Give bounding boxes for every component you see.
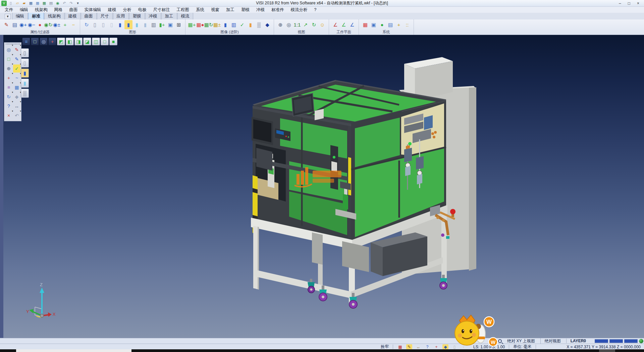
snap-grid-status-icon[interactable]: ▦ <box>397 344 403 349</box>
menu-item[interactable]: 实体编辑 <box>81 7 105 13</box>
qa-dropdown-icon[interactable]: ▾ <box>75 1 80 6</box>
zoom-box-icon[interactable]: ⊕ <box>5 64 12 73</box>
lock-indicator[interactable]: 拴牢 <box>377 344 392 350</box>
menu-item[interactable]: 视窗 <box>208 7 223 13</box>
preview-icon[interactable]: ◉ <box>55 1 60 6</box>
ribbon-tab[interactable]: 编辑 <box>12 12 28 19</box>
ribbon-tab[interactable]: 冲模 <box>145 12 161 19</box>
edit-mode-icon[interactable]: ✎ <box>406 344 412 349</box>
menu-item[interactable]: 曲面 <box>66 7 81 13</box>
menu-item[interactable]: 工程图 <box>173 7 193 13</box>
menu-item[interactable]: 冲模 <box>253 7 268 13</box>
display-tools-icon[interactable]: ⊞ <box>175 20 183 29</box>
print-icon[interactable]: ▤ <box>48 1 54 6</box>
visi-logo[interactable]: V <box>1 1 7 6</box>
shaded-cube-icon[interactable]: ■ <box>109 38 117 45</box>
zoom-dynamic-icon[interactable]: ⊕ <box>276 20 284 29</box>
adv-refresh-icon[interactable]: ▦↻ <box>205 20 213 29</box>
measure-status-icon[interactable]: ↔ <box>415 344 421 349</box>
mesh-cylinder-icon[interactable]: ▒ <box>255 20 263 29</box>
wireframe-display-icon[interactable]: ▯ <box>21 48 29 57</box>
show-hide-toggle-icon[interactable]: ◉± <box>53 20 61 29</box>
regen-view-icon[interactable]: ↻ <box>5 93 12 101</box>
attributes-icon[interactable]: ✎ <box>2 20 10 29</box>
shaded-display-icon[interactable]: ▮ <box>21 69 29 78</box>
selection-filter-check-icon[interactable]: ✓ <box>13 64 20 73</box>
view-mode-indicator[interactable]: 绝对 XY 上视图 <box>503 338 539 344</box>
menu-item[interactable]: ? <box>311 7 320 12</box>
filter-traffic-icon[interactable]: ● <box>36 20 44 29</box>
shaded-edges-icon[interactable]: ▮ <box>124 20 132 29</box>
top-view-icon[interactable]: ◧ <box>66 38 74 45</box>
viewport-menu-icon[interactable]: ≡ <box>22 38 30 45</box>
menu-item[interactable]: 系统 <box>193 7 208 13</box>
hiddenline-mode-icon[interactable]: ▯ <box>99 20 107 29</box>
menu-item[interactable]: 电极 <box>135 7 150 13</box>
menu-item[interactable]: 塑模 <box>238 7 253 13</box>
adv-add-icon[interactable]: ▦+ <box>188 20 196 29</box>
flat-mode-icon[interactable]: ▮ <box>141 20 149 29</box>
workplane-align-icon[interactable]: ∠ <box>348 20 356 29</box>
zoom-ratio-icon[interactable]: 1:1 <box>293 20 301 29</box>
viewport-3d[interactable]: Z Y X <box>0 35 644 338</box>
menu-item[interactable]: 线架构 <box>32 7 51 13</box>
menu-item[interactable]: 标准件 <box>268 7 287 13</box>
layer-manager-icon[interactable]: ≡ <box>5 83 12 91</box>
menu-item[interactable]: 加工 <box>223 7 238 13</box>
menu-item[interactable]: 建模 <box>105 7 120 13</box>
tag-cylinder-icon[interactable]: ▮ <box>247 20 255 29</box>
adv-plusminus-icon[interactable]: ▦± <box>213 20 221 29</box>
help-status-icon[interactable]: ? <box>424 344 430 349</box>
context-help-icon[interactable]: ? <box>5 102 12 110</box>
zoom-view-icon[interactable]: ◎ <box>40 38 48 45</box>
ribbon-tab[interactable]: 应用 <box>113 12 129 19</box>
hatch-mode-icon[interactable]: ▥ <box>150 20 158 29</box>
measure-distance-icon[interactable]: ↔ <box>13 102 20 110</box>
units-indicator[interactable]: 单位: 毫米 <box>510 344 535 350</box>
ribbon-tab[interactable]: 塑膜 <box>129 12 145 19</box>
open-file-icon[interactable]: ▱ <box>15 1 20 6</box>
display-config-icon[interactable]: ▣ <box>370 20 378 29</box>
pan-view-icon[interactable]: ↗ <box>302 20 310 29</box>
workplane-xy-icon[interactable]: ∠ <box>331 20 339 29</box>
ribbon-tab[interactable]: 尺寸 <box>97 12 113 19</box>
fit-view-icon[interactable]: □ <box>31 38 39 45</box>
ribbon-tab[interactable]: 建模 <box>65 12 80 19</box>
solid-cube-icon[interactable]: ◆ <box>263 20 271 29</box>
workplane-move-icon[interactable]: ∠ <box>340 20 348 29</box>
system-settings-icon[interactable]: ● <box>378 20 386 29</box>
close-button[interactable]: × <box>637 1 639 6</box>
smiley-view-icon[interactable]: ☺ <box>318 20 326 29</box>
mesh-display-icon[interactable]: ▒ <box>21 89 29 98</box>
left-view-icon[interactable]: ◫ <box>92 38 100 45</box>
absolute-view-indicator[interactable]: 绝对视图 <box>540 338 565 344</box>
undo-action-icon[interactable]: ↶ <box>13 112 20 120</box>
save-icon[interactable]: ▦ <box>28 1 34 6</box>
verify-icon[interactable]: ✓ <box>238 20 246 29</box>
striped-cylinder-icon[interactable]: ▥ <box>230 20 238 29</box>
right-view-icon[interactable]: ◪ <box>83 38 91 45</box>
active-layer-label[interactable]: LAYER0 <box>566 339 590 343</box>
hidden-display-icon[interactable]: ▯ <box>21 58 29 68</box>
show-entities-icon[interactable]: ◉+ <box>19 20 27 29</box>
erase-entity-icon[interactable]: ✎ <box>13 46 20 54</box>
preview-page-icon[interactable]: ▤ <box>11 20 19 29</box>
ribbon-tab[interactable]: 标准 <box>28 12 44 19</box>
dashed-mode-icon[interactable]: ▯ <box>108 20 116 29</box>
wcs-origin-icon[interactable]: + <box>5 74 12 82</box>
menu-item[interactable]: 尺寸标注 <box>150 7 173 13</box>
refresh-visibility-icon[interactable]: ◉↻ <box>44 20 52 29</box>
selection-filter-icon[interactable]: + <box>395 20 403 29</box>
axes-view-icon[interactable]: + <box>48 38 56 45</box>
apply-shading-icon[interactable]: ▮+ <box>158 20 166 29</box>
transparent-display-icon[interactable]: ▮ <box>21 79 29 88</box>
menu-item[interactable]: 网格 <box>51 7 66 13</box>
transparent-mode-icon[interactable]: ▮ <box>133 20 141 29</box>
menu-item[interactable]: 分析 <box>120 7 135 13</box>
minimize-button[interactable]: – <box>619 1 621 6</box>
menu-item[interactable]: 编辑 <box>16 7 32 13</box>
globe-icon[interactable] <box>639 339 643 343</box>
zoom-view-tool-icon[interactable]: ◎ <box>5 46 12 54</box>
redo-icon[interactable]: ↷ <box>68 1 74 6</box>
rotate-view-icon[interactable]: ↻ <box>310 20 318 29</box>
